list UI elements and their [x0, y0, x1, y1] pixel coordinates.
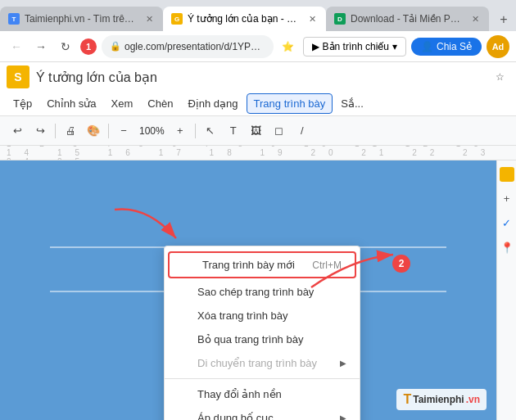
reload-button[interactable]: ↻	[56, 37, 75, 56]
zoom-level[interactable]: 100%	[136, 125, 168, 137]
share-button[interactable]: 👤 Chia Sẻ	[411, 38, 482, 56]
presentation-button[interactable]: ▶ Bản trình chiếu ▾	[303, 37, 406, 56]
menu-skip-slide[interactable]: Bỏ qua trang trình bày	[165, 327, 360, 351]
menu-move-slide: Di chuyển trang trình bày ▶	[165, 351, 360, 375]
slides-title-row: S Ý tưởng lớn của bạn ☆	[0, 62, 516, 92]
zoom-out-button[interactable]: −	[113, 120, 134, 142]
tab-1[interactable]: T Taimienphi.vn - Tìm trên Google ... ✕	[0, 7, 163, 31]
slides-app-icon: S	[7, 65, 29, 88]
address-bar: ← → ↻ 1 🔒 ogle.com/presentation/d/1YPQTm…	[0, 31, 516, 62]
tab2-close[interactable]: ✕	[307, 12, 318, 26]
lock-icon: 🔒	[110, 41, 121, 52]
tab3-label: Download - Tải Miền Phí VN - ...	[351, 13, 465, 25]
star-icon[interactable]: ☆	[490, 67, 509, 87]
logo-suffix: .vn	[466, 394, 480, 405]
tab-2[interactable]: G Ý tưởng lớn của bạn - Google ... ✕	[163, 7, 326, 31]
delete-slide-label: Xóa trang trình bày	[197, 309, 346, 322]
shape-tool[interactable]: ◻	[269, 120, 290, 142]
menu-tools[interactable]: Sắ...	[334, 94, 370, 113]
slides-toolbar: ↩ ↪ 🖨 🎨 − 100% + ↖ T 🖼 ◻ /	[0, 116, 516, 146]
menu-file[interactable]: Tệp	[7, 94, 38, 113]
image-tool[interactable]: 🖼	[246, 120, 267, 142]
tab1-favicon: T	[8, 13, 20, 25]
header-right: ⭐ ▶ Bản trình chiếu ▾ 👤 Chia Sẻ Ad	[278, 35, 509, 58]
logo-text: Taimienphi	[413, 394, 464, 405]
menu-change-bg[interactable]: Thay đổi ảnh nền	[165, 382, 360, 406]
tab3-close[interactable]: ✕	[470, 12, 481, 26]
menu-insert[interactable]: Chèn	[141, 94, 179, 113]
annotation-circle-2: 2	[392, 255, 410, 273]
menu-divider-1	[165, 378, 360, 379]
red-arrow-1	[106, 201, 188, 246]
move-slide-arrow: ▶	[340, 359, 346, 368]
annotation-circle-1: 1	[80, 38, 97, 55]
url-bar[interactable]: 🔒 ogle.com/presentation/d/1YPQTm_LJGxzWA…	[102, 35, 274, 58]
tab-3[interactable]: D Download - Tải Miền Phí VN - ... ✕	[326, 7, 489, 31]
slide-logo: T Taimienphi .vn	[396, 389, 487, 410]
presentation-dropdown-icon: ▾	[392, 41, 397, 52]
sidebar-icon-2[interactable]: +	[499, 190, 515, 206]
new-slide-label: Trang trình bày mới	[202, 259, 299, 271]
slide-panel[interactable]: TAI.VN Free game + ứng dụng Thủ thuật má…	[0, 160, 496, 420]
skip-slide-label: Bỏ qua trang trình bày	[197, 333, 346, 345]
toolbar-divider-1	[55, 124, 56, 138]
red-arrow-2	[303, 242, 401, 300]
tab2-favicon: G	[171, 13, 183, 25]
change-bg-label: Thay đổi ảnh nền	[197, 388, 346, 400]
menu-format[interactable]: Định dạng	[181, 94, 244, 113]
right-sidebar: + ✓ 📍	[496, 160, 516, 420]
back-button[interactable]: ←	[7, 37, 26, 56]
browser-frame: T Taimienphi.vn - Tìm trên Google ... ✕ …	[0, 0, 516, 420]
sidebar-icon-3[interactable]: ✓	[499, 215, 515, 231]
share-icon: 👤	[421, 41, 433, 52]
menu-delete-slide[interactable]: Xóa trang trình bày	[165, 304, 360, 327]
undo-button[interactable]: ↩	[7, 120, 28, 142]
tab1-close[interactable]: ✕	[144, 12, 155, 26]
apply-layout-label: Áp dụng bố cục	[197, 412, 333, 420]
ruler: 1 2 3 4 5 6 7 8 9 10 11 12 13 14 15 16 1…	[0, 146, 516, 160]
move-slide-label: Di chuyển trang trình bày	[197, 357, 333, 369]
bookmark-icon[interactable]: ⭐	[278, 37, 298, 56]
sidebar-icon-1[interactable]	[500, 167, 514, 182]
menu-apply-layout[interactable]: Áp dụng bố cục ▶	[165, 406, 360, 420]
slides-menubar: Tệp Chỉnh sửa Xem Chèn Định dạng Trang t…	[0, 92, 516, 116]
redo-button[interactable]: ↪	[29, 120, 51, 142]
ruler-marks: 1 2 3 4 5 6 7 8 9 10 11 12 13 14 15 16 1…	[7, 146, 516, 160]
slides-app: S Ý tưởng lớn của bạn ☆ Tệp Chỉnh sửa Xe…	[0, 62, 516, 420]
presentation-label: Bản trình chiếu	[323, 41, 389, 52]
forward-button[interactable]: →	[31, 37, 51, 56]
line-tool[interactable]: /	[292, 120, 313, 142]
toolbar-divider-2	[108, 124, 109, 138]
apply-layout-arrow: ▶	[340, 413, 346, 420]
slides-title[interactable]: Ý tưởng lớn của bạn	[36, 70, 483, 85]
logo-letter-t: T	[403, 392, 411, 407]
menu-slides[interactable]: Trang trình bày	[247, 93, 333, 114]
presentation-icon: ▶	[312, 41, 319, 52]
url-text: ogle.com/presentation/d/1YPQTm_LJGxzWAuy…	[124, 41, 265, 52]
sidebar-icon-4[interactable]: 📍	[499, 239, 515, 255]
print-button[interactable]: 🖨	[60, 120, 81, 142]
tab-bar: T Taimienphi.vn - Tìm trên Google ... ✕ …	[0, 0, 516, 31]
tab3-favicon: D	[334, 13, 346, 25]
tab1-label: Taimienphi.vn - Tìm trên Google ...	[25, 13, 139, 25]
paint-button[interactable]: 🎨	[83, 120, 104, 142]
menu-edit[interactable]: Chỉnh sửa	[40, 94, 102, 113]
menu-view[interactable]: Xem	[105, 94, 140, 113]
avatar[interactable]: Ad	[487, 35, 509, 58]
cursor-tool[interactable]: ↖	[200, 120, 221, 142]
main-area: TAI.VN Free game + ứng dụng Thủ thuật má…	[0, 160, 516, 420]
add-tab-button[interactable]: +	[492, 8, 515, 31]
toolbar-divider-3	[195, 124, 196, 138]
zoom-in-button[interactable]: +	[170, 120, 191, 142]
text-tool[interactable]: T	[223, 120, 244, 142]
share-label: Chia Sẻ	[437, 41, 472, 52]
tab2-label: Ý tưởng lớn của bạn - Google ...	[188, 13, 302, 25]
